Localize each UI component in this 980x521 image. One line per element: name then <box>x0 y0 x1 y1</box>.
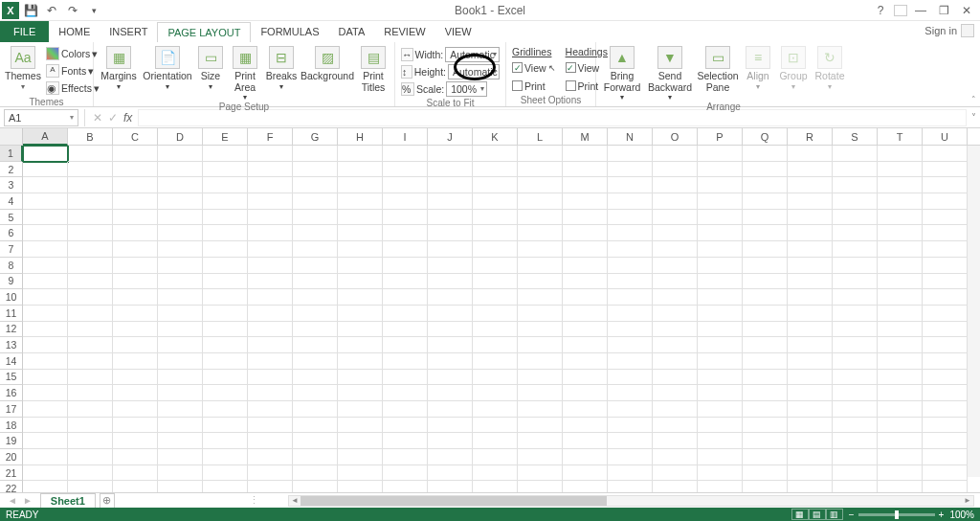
row-header[interactable]: 18 <box>0 418 23 434</box>
cell[interactable] <box>788 289 833 306</box>
cell[interactable] <box>383 193 428 210</box>
cell[interactable] <box>383 241 428 258</box>
cell[interactable] <box>608 225 653 241</box>
cell[interactable] <box>68 162 113 178</box>
row-header[interactable]: 19 <box>0 433 23 449</box>
width-select[interactable]: Automatic <box>445 47 500 62</box>
cell[interactable] <box>248 465 293 482</box>
cell[interactable] <box>833 465 878 482</box>
cell[interactable] <box>203 433 248 449</box>
cell[interactable] <box>923 322 968 338</box>
cell[interactable] <box>563 481 608 492</box>
add-sheet-button[interactable]: ⊕ <box>100 493 115 509</box>
cell[interactable] <box>203 322 248 338</box>
cell[interactable] <box>248 225 293 241</box>
sheet-nav[interactable]: ◄► <box>0 495 40 506</box>
cell[interactable] <box>293 162 338 178</box>
col-header[interactable]: Q <box>743 128 788 145</box>
cell[interactable] <box>473 210 518 226</box>
cell[interactable] <box>473 353 518 370</box>
cell[interactable] <box>563 322 608 338</box>
cell[interactable] <box>743 353 788 370</box>
cell[interactable] <box>743 177 788 193</box>
cell[interactable] <box>878 289 923 306</box>
cell[interactable] <box>563 385 608 401</box>
cell[interactable] <box>338 274 383 290</box>
cell[interactable] <box>473 449 518 465</box>
cell[interactable] <box>68 401 113 418</box>
cell[interactable] <box>113 481 158 492</box>
col-header[interactable]: L <box>518 128 563 145</box>
print-area-button[interactable]: ▦Print Area▾ <box>228 44 262 102</box>
cell[interactable] <box>293 306 338 322</box>
cell[interactable] <box>383 481 428 492</box>
col-header[interactable]: D <box>158 128 203 145</box>
row-header[interactable]: 15 <box>0 370 23 386</box>
cell[interactable] <box>608 370 653 386</box>
cell[interactable] <box>473 289 518 306</box>
effects-button[interactable]: ◉Effects▾ <box>46 79 100 96</box>
col-header[interactable]: J <box>428 128 473 145</box>
cell[interactable] <box>23 401 68 418</box>
cell[interactable] <box>113 241 158 258</box>
excel-icon[interactable]: X <box>2 2 19 19</box>
cell[interactable] <box>878 274 923 290</box>
cell[interactable] <box>428 353 473 370</box>
cell[interactable] <box>653 401 698 418</box>
cell[interactable] <box>698 481 743 492</box>
cell[interactable] <box>878 177 923 193</box>
cell[interactable] <box>923 258 968 274</box>
cell[interactable] <box>473 241 518 258</box>
fonts-button[interactable]: AFonts▾ <box>46 62 100 79</box>
cell[interactable] <box>23 289 68 306</box>
cell[interactable] <box>923 401 968 418</box>
cell[interactable] <box>248 385 293 401</box>
cell[interactable] <box>338 481 383 492</box>
cell[interactable] <box>923 449 968 465</box>
tab-review[interactable]: REVIEW <box>374 21 434 42</box>
cell[interactable] <box>473 225 518 241</box>
cell[interactable] <box>743 210 788 226</box>
cell[interactable] <box>23 418 68 434</box>
cell[interactable] <box>788 449 833 465</box>
cell[interactable] <box>653 322 698 338</box>
cell[interactable] <box>653 481 698 492</box>
cell[interactable] <box>923 225 968 241</box>
cell[interactable] <box>788 401 833 418</box>
cell[interactable] <box>248 210 293 226</box>
cell[interactable] <box>158 289 203 306</box>
cell[interactable] <box>833 225 878 241</box>
cell[interactable] <box>158 465 203 482</box>
cell[interactable] <box>428 162 473 178</box>
cell[interactable] <box>248 306 293 322</box>
cell[interactable] <box>608 465 653 482</box>
cell[interactable] <box>923 210 968 226</box>
cell[interactable] <box>68 449 113 465</box>
cell[interactable] <box>833 274 878 290</box>
cell[interactable] <box>833 418 878 434</box>
cell[interactable] <box>653 146 698 162</box>
cell[interactable] <box>68 306 113 322</box>
col-header[interactable]: R <box>788 128 833 145</box>
cell[interactable] <box>338 289 383 306</box>
cell[interactable] <box>833 241 878 258</box>
cell[interactable] <box>338 401 383 418</box>
cell[interactable] <box>653 370 698 386</box>
gridlines-print-check[interactable]: Print <box>512 78 556 94</box>
cell[interactable] <box>158 418 203 434</box>
cell[interactable] <box>23 306 68 322</box>
cell[interactable] <box>113 274 158 290</box>
cell[interactable] <box>833 401 878 418</box>
cell[interactable] <box>563 337 608 353</box>
cell[interactable] <box>923 465 968 482</box>
cell[interactable] <box>608 162 653 178</box>
cell[interactable] <box>383 225 428 241</box>
cell[interactable] <box>203 418 248 434</box>
cell[interactable] <box>428 146 473 162</box>
group-button[interactable]: ⊡Group▾ <box>776 44 811 91</box>
col-header[interactable]: T <box>878 128 923 145</box>
row-header[interactable]: 21 <box>0 465 23 482</box>
cell[interactable] <box>698 193 743 210</box>
cell[interactable] <box>743 146 788 162</box>
cell[interactable] <box>383 258 428 274</box>
